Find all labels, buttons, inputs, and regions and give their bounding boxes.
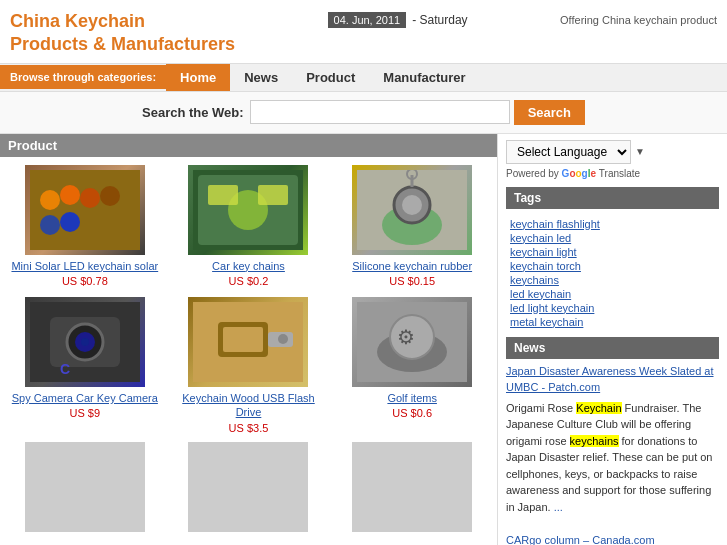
tag-keychains[interactable]: keychains [506, 273, 719, 287]
svg-rect-33 [30, 457, 140, 517]
product-item-9 [335, 442, 489, 536]
tags-section-header: Tags [506, 187, 719, 209]
tag-led-light-keychain[interactable]: led light keychain [506, 301, 719, 315]
svg-point-28 [278, 334, 288, 344]
product-thumb-4: C [25, 297, 145, 387]
news-body-1: Origami Rose Keychain Fundraiser. The Ja… [506, 400, 719, 516]
svg-rect-34 [193, 457, 303, 517]
svg-point-22 [81, 338, 89, 346]
tag-keychain-torch[interactable]: keychain torch [506, 259, 719, 273]
product-thumb-5 [188, 297, 308, 387]
product-name-6[interactable]: Golf items [335, 391, 489, 405]
tag-keychain-flashlight[interactable]: keychain flashlight [506, 217, 719, 231]
product-name-3[interactable]: Silicone keychain rubber [335, 259, 489, 273]
lang-select-wrapper: Select Language ▼ [506, 140, 719, 164]
product-item-8 [172, 442, 326, 536]
product-thumb-1 [25, 165, 145, 255]
product-thumb-7 [25, 442, 145, 532]
products-header: Product [0, 134, 497, 157]
nav-item-home[interactable]: Home [166, 64, 230, 91]
product-price-5: US $3.5 [172, 422, 326, 434]
product-thumb-6: ⚙ [352, 297, 472, 387]
tag-led-keychain[interactable]: led keychain [506, 287, 719, 301]
svg-point-6 [60, 212, 80, 232]
svg-point-1 [40, 190, 60, 210]
product-price-1: US $0.78 [8, 275, 162, 287]
svg-text:C: C [60, 361, 70, 377]
browse-label: Browse through categories: [0, 65, 166, 89]
products-grid-row3 [0, 442, 497, 544]
svg-point-2 [60, 185, 80, 205]
chevron-down-icon: ▼ [635, 146, 645, 157]
product-price-2: US $0.2 [172, 275, 326, 287]
product-name-1[interactable]: Mini Solar LED keychain solar [8, 259, 162, 273]
product-item-3: Silicone keychain rubber US $0.15 [335, 165, 489, 287]
product-item-2: Car key chains US $0.2 [172, 165, 326, 287]
product-thumb-8 [188, 442, 308, 532]
product-thumb-3 [352, 165, 472, 255]
header-center: 04. Jun, 2011 - Saturday [235, 10, 560, 28]
nav-item-product[interactable]: Product [292, 64, 369, 91]
search-bar: Search the Web: Search [0, 92, 727, 134]
lang-select[interactable]: Select Language [506, 140, 631, 164]
tag-metal-keychain[interactable]: metal keychain [506, 315, 719, 329]
main-content: Product Mini Solar LED keychai [0, 134, 727, 545]
svg-rect-11 [258, 185, 288, 205]
product-item-5: Keychain Wood USB Flash Drive US $3.5 [172, 297, 326, 434]
product-item-1: Mini Solar LED keychain solar US $0.78 [8, 165, 162, 287]
products-grid: Mini Solar LED keychain solar US $0.78 C… [0, 157, 497, 442]
product-name-4[interactable]: Spy Camera Car Key Camera [8, 391, 162, 405]
svg-point-3 [80, 188, 100, 208]
tags-list: keychain flashlight keychain led keychai… [506, 213, 719, 337]
svg-text:⚙: ⚙ [397, 326, 415, 348]
news-section-header: News [506, 337, 719, 359]
site-title: China KeychainProducts & Manufacturers [10, 10, 235, 57]
powered-by-text: Powered by [506, 168, 559, 179]
product-price-3: US $0.15 [335, 275, 489, 287]
svg-point-5 [40, 215, 60, 235]
nav-links: Home News Product Manufacturer [166, 64, 480, 91]
sidebar: Select Language ▼ Powered by Google Tran… [497, 134, 727, 545]
news-highlight-keychain: Keychain [576, 402, 621, 414]
product-thumb-2 [188, 165, 308, 255]
product-item-4: C Spy Camera Car Key Camera US $9 [8, 297, 162, 434]
news-title-2[interactable]: CARgo column – Canada.com [506, 532, 719, 545]
powered-by: Powered by Google Translate [506, 168, 719, 179]
google-text: Google [562, 168, 599, 179]
tag-keychain-light[interactable]: keychain light [506, 245, 719, 259]
svg-rect-26 [223, 327, 263, 352]
nav-bar: Browse through categories: Home News Pro… [0, 63, 727, 92]
product-price-4: US $9 [8, 407, 162, 419]
products-section: Product Mini Solar LED keychai [0, 134, 497, 545]
product-thumb-9 [352, 442, 472, 532]
news-title-1[interactable]: Japan Disaster Awareness Week Slated at … [506, 363, 719, 396]
svg-rect-10 [208, 185, 238, 205]
news-more[interactable]: ... [554, 501, 563, 513]
tag-keychain-led[interactable]: keychain led [506, 231, 719, 245]
svg-point-15 [402, 195, 422, 215]
product-name-5[interactable]: Keychain Wood USB Flash Drive [172, 391, 326, 420]
svg-rect-0 [30, 170, 140, 250]
search-input[interactable] [250, 100, 510, 124]
search-button[interactable]: Search [514, 100, 585, 125]
product-item-6: ⚙ Golf items US $0.6 [335, 297, 489, 434]
nav-item-news[interactable]: News [230, 64, 292, 91]
news-highlight-keychains: keychains [570, 435, 619, 447]
product-item-7 [8, 442, 162, 536]
product-name-2[interactable]: Car key chains [172, 259, 326, 273]
svg-point-4 [100, 186, 120, 206]
product-price-6: US $0.6 [335, 407, 489, 419]
date-highlight: 04. Jun, 2011 [328, 12, 407, 28]
news-content: Japan Disaster Awareness Week Slated at … [506, 363, 719, 545]
translate-text: Translate [599, 168, 640, 179]
header-tagline: Offering China keychain product [560, 10, 717, 26]
header: China KeychainProducts & Manufacturers 0… [0, 0, 727, 63]
nav-item-manufacturer[interactable]: Manufacturer [369, 64, 479, 91]
date-text: - Saturday [412, 13, 467, 27]
search-label: Search the Web: [142, 105, 244, 120]
svg-rect-35 [357, 457, 467, 517]
